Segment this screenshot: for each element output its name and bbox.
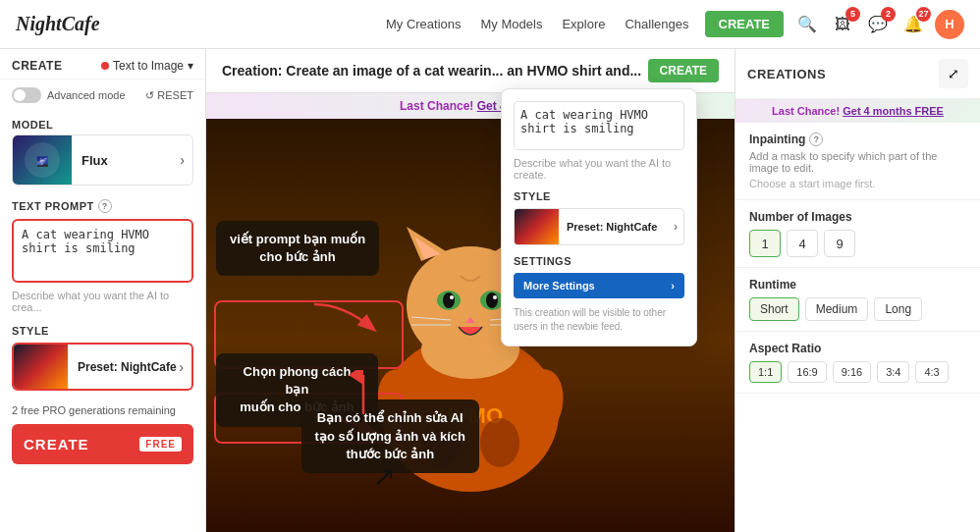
search-icon[interactable]: 🔍 xyxy=(793,11,821,38)
runtime-long-button[interactable]: Long xyxy=(874,297,922,321)
num-images-section: Number of Images 1 4 9 xyxy=(735,200,980,268)
nav-explore[interactable]: Explore xyxy=(562,17,605,31)
text-prompt-section: TEXT PROMPT ? Describe what you want the… xyxy=(0,195,205,321)
sidebar-top: CREATE Text to Image ▾ xyxy=(0,49,205,80)
aspect-ratio-title: Aspect Ratio xyxy=(749,342,966,355)
free-gen-text: 2 free PRO generations remaining xyxy=(0,399,205,420)
style-card[interactable]: Preset: NightCafe › xyxy=(12,343,193,391)
num-images-9-button[interactable]: 9 xyxy=(824,230,855,257)
model-thumb-image: 🌌 xyxy=(13,135,72,185)
runtime-section: Runtime Short Medium Long xyxy=(735,268,980,332)
popup-settings-label: SETTINGS xyxy=(514,255,684,267)
reset-label: RESET xyxy=(157,89,193,101)
svg-point-17 xyxy=(493,295,497,299)
right-promo-banner: Last Chance! Get 4 months FREE xyxy=(735,99,980,123)
create-button[interactable]: CREATE FREE xyxy=(12,424,193,464)
aspect-9-16-button[interactable]: 9:16 xyxy=(833,361,871,383)
style-thumbnail xyxy=(14,345,68,389)
center-title: Creation: Create an image of a cat weari… xyxy=(222,63,641,79)
left-sidebar: CREATE Text to Image ▾ Advanced mode ↺ R… xyxy=(0,49,206,532)
right-promo-link[interactable]: Get 4 months FREE xyxy=(843,105,944,117)
aspect-ratio-options: 1:1 16:9 9:16 3:4 4:3 xyxy=(749,361,966,383)
svg-point-16 xyxy=(450,295,454,299)
svg-point-14 xyxy=(443,293,455,308)
aspect-1-1-button[interactable]: 1:1 xyxy=(749,361,782,383)
popup-style-row[interactable]: Preset: NightCafe › xyxy=(514,208,684,245)
advanced-mode-label: Advanced mode xyxy=(47,89,126,101)
avatar[interactable]: H xyxy=(935,10,964,39)
popup-style-arrow-icon: › xyxy=(674,220,683,234)
mode-dot xyxy=(101,62,109,70)
popup-prompt-input[interactable] xyxy=(514,101,684,150)
num-images-4-button[interactable]: 4 xyxy=(787,230,818,257)
reset-icon: ↺ xyxy=(145,89,154,102)
promo-text: Last Chance! xyxy=(400,99,473,113)
main-layout: CREATE Text to Image ▾ Advanced mode ↺ R… xyxy=(0,49,980,532)
svg-point-15 xyxy=(486,293,498,308)
chat-icon[interactable]: 💬 2 xyxy=(864,11,892,38)
model-section-label: MODEL xyxy=(0,111,205,134)
sidebar-controls: Advanced mode ↺ RESET xyxy=(0,80,205,111)
reset-button[interactable]: ↺ RESET xyxy=(145,89,193,102)
right-sidebar: CREATIONS ⤢ Last Chance! Get 4 months FR… xyxy=(735,49,980,532)
svg-point-5 xyxy=(480,418,519,467)
nav-my-creations[interactable]: My Creations xyxy=(386,17,462,31)
gallery-icon[interactable]: 🖼 5 xyxy=(829,11,856,38)
chat-badge: 2 xyxy=(881,7,896,22)
bell-icon[interactable]: 🔔 27 xyxy=(899,11,927,38)
inpainting-title: Inpainting ? xyxy=(749,133,966,146)
text-prompt-label: TEXT PROMPT ? xyxy=(12,199,193,213)
svg-text:🌌: 🌌 xyxy=(36,155,49,168)
aspect-4-3-button[interactable]: 4:3 xyxy=(915,361,948,383)
popup-style-name: Preset: NightCafe xyxy=(559,221,674,233)
bell-badge: 27 xyxy=(916,7,931,22)
svg-point-4 xyxy=(421,418,461,467)
prompt-input[interactable] xyxy=(12,219,193,283)
popup-more-settings-label: More Settings xyxy=(523,280,595,292)
create-button-label: CREATE xyxy=(24,436,89,452)
prompt-placeholder: Describe what you want the AI to crea... xyxy=(12,290,193,313)
inpainting-note: Choose a start image first. xyxy=(749,178,966,189)
gallery-badge: 5 xyxy=(845,7,860,22)
nav-challenges[interactable]: Challenges xyxy=(625,17,688,31)
app-header: NightCafe My Creations My Models Explore… xyxy=(0,0,980,49)
right-sidebar-top: CREATIONS ⤢ xyxy=(735,49,980,99)
style-section-label: STYLE xyxy=(12,325,193,337)
nav-my-models[interactable]: My Models xyxy=(481,17,543,31)
inpainting-section: Inpainting ? Add a mask to specify which… xyxy=(735,123,980,200)
popup-overlay: Describe what you want the AI to create.… xyxy=(501,88,697,346)
mode-selector[interactable]: Text to Image ▾ xyxy=(101,59,193,73)
aspect-16-9-button[interactable]: 16:9 xyxy=(788,361,826,383)
aspect-3-4-button[interactable]: 3:4 xyxy=(877,361,909,383)
popup-style-label: STYLE xyxy=(514,190,684,202)
mode-chevron-icon: ▾ xyxy=(188,59,193,73)
right-promo-text: Last Chance! xyxy=(772,105,840,117)
model-card[interactable]: 🌌 Flux › xyxy=(12,134,193,186)
runtime-options: Short Medium Long xyxy=(749,297,966,321)
runtime-medium-button[interactable]: Medium xyxy=(805,297,869,321)
creations-label: CREATIONS xyxy=(747,67,826,81)
center-content: Creation: Create an image of a cat weari… xyxy=(206,49,735,532)
runtime-short-button[interactable]: Short xyxy=(749,297,799,321)
text-prompt-info-icon[interactable]: ? xyxy=(98,199,112,213)
aspect-ratio-section: Aspect Ratio 1:1 16:9 9:16 3:4 4:3 xyxy=(735,332,980,394)
inpainting-desc: Add a mask to specify which part of the … xyxy=(749,150,966,174)
center-header: Creation: Create an image of a cat weari… xyxy=(206,49,735,93)
num-images-title: Number of Images xyxy=(749,210,966,224)
style-section: STYLE Preset: NightCafe › xyxy=(0,321,205,399)
num-images-1-button[interactable]: 1 xyxy=(749,230,781,257)
right-sidebar-expand-button[interactable]: ⤢ xyxy=(939,59,968,88)
runtime-title: Runtime xyxy=(749,278,966,292)
model-thumbnail: 🌌 xyxy=(13,135,72,185)
mode-label: Text to Image xyxy=(113,59,184,73)
sidebar-create-label: CREATE xyxy=(12,59,62,73)
nav-create-button[interactable]: CREATE xyxy=(705,11,784,37)
inpainting-info-icon[interactable]: ? xyxy=(809,133,823,146)
model-arrow-icon: › xyxy=(180,152,185,168)
style-name: Preset: NightCafe xyxy=(68,360,187,374)
popup-style-thumbnail xyxy=(515,209,559,244)
popup-more-settings-button[interactable]: More Settings › xyxy=(514,273,684,298)
popup-note: This creation will be visible to other u… xyxy=(514,306,684,334)
center-create-button[interactable]: CREATE xyxy=(648,59,719,82)
advanced-mode-toggle[interactable] xyxy=(12,87,41,103)
